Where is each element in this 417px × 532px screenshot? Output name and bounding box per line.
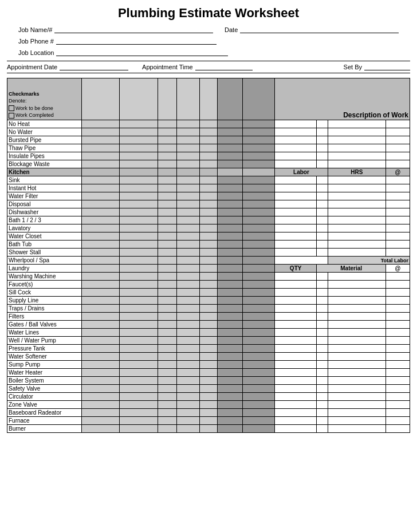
right-col-0[interactable] [274,353,316,361]
row-col-5[interactable] [217,393,242,401]
row-col-3[interactable] [177,417,200,425]
right-col-2[interactable] [328,393,385,401]
right-col-3[interactable] [385,160,410,168]
row-col-4[interactable] [199,249,217,257]
right-col-3[interactable] [385,385,410,393]
row-col-0[interactable] [82,176,120,184]
right-col-2[interactable] [328,297,385,305]
row-col-4[interactable] [199,216,217,224]
row-col-1[interactable] [119,224,158,232]
row-col-4[interactable] [199,281,217,289]
right-col-1[interactable] [317,385,328,393]
right-col-3[interactable] [385,289,410,297]
row-col-2[interactable] [158,224,177,232]
row-col-6[interactable] [242,401,274,409]
right-col-3[interactable] [385,152,410,160]
row-col-0[interactable] [82,289,120,297]
row-col-4[interactable] [199,224,217,232]
right-col-3[interactable] [385,281,410,289]
row-col-0[interactable] [82,353,120,361]
job-phone-line[interactable] [56,37,217,45]
right-col-0[interactable] [274,289,316,297]
row-col-2[interactable] [158,257,177,265]
row-col-5[interactable] [217,337,242,345]
right-col-2[interactable] [328,409,385,417]
row-col-1[interactable] [119,409,158,417]
right-col-0[interactable] [274,232,316,241]
row-col-1[interactable] [119,385,158,393]
row-col-3[interactable] [177,361,200,369]
row-col-5[interactable] [217,176,242,184]
row-col-4[interactable] [199,144,217,152]
right-col-2[interactable] [328,385,385,393]
row-col-0[interactable] [82,409,120,417]
row-col-3[interactable] [177,120,200,128]
row-col-4[interactable] [199,128,217,136]
right-col-2[interactable] [328,321,385,329]
right-col-2[interactable] [328,353,385,361]
right-col-3[interactable] [385,337,410,345]
row-col-5[interactable] [217,224,242,232]
row-col-0[interactable] [82,401,120,409]
row-col-3[interactable] [177,345,200,353]
date-line[interactable] [240,25,399,33]
row-col-2[interactable] [158,385,177,393]
right-col-0[interactable] [274,216,316,224]
right-col-1[interactable] [317,361,328,369]
right-col-0[interactable] [274,273,316,281]
row-col-6[interactable] [242,265,274,273]
row-col-1[interactable] [119,241,158,249]
right-col-0[interactable] [274,369,316,377]
row-col-3[interactable] [177,216,200,224]
row-col-3[interactable] [177,337,200,345]
right-col-2[interactable] [328,361,385,369]
right-col-2[interactable] [328,216,385,224]
right-col-0[interactable] [274,321,316,329]
row-col-1[interactable] [119,297,158,305]
right-col-2[interactable] [328,377,385,385]
right-col-1[interactable] [317,409,328,417]
row-col-3[interactable] [177,425,200,433]
row-col-2[interactable] [158,128,177,136]
row-col-6[interactable] [242,313,274,321]
row-col-1[interactable] [119,321,158,329]
right-col-2[interactable] [328,241,385,249]
right-col-0[interactable] [274,192,316,200]
row-col-5[interactable] [217,281,242,289]
row-col-4[interactable] [199,329,217,337]
row-col-0[interactable] [82,273,120,281]
right-col-2[interactable] [328,184,385,192]
row-col-2[interactable] [158,281,177,289]
right-col-2[interactable] [328,208,385,216]
row-col-1[interactable] [119,313,158,321]
right-col-1[interactable] [317,128,328,136]
row-col-3[interactable] [177,136,200,144]
row-col-4[interactable] [199,136,217,144]
right-col-3[interactable] [385,321,410,329]
right-col-0[interactable] [274,313,316,321]
row-col-4[interactable] [199,353,217,361]
row-col-1[interactable] [119,216,158,224]
right-col-3[interactable] [385,224,410,232]
row-col-6[interactable] [242,249,274,257]
row-col-6[interactable] [242,353,274,361]
row-col-5[interactable] [217,184,242,192]
right-col-0[interactable] [274,249,316,257]
row-col-4[interactable] [199,273,217,281]
row-col-3[interactable] [177,184,200,192]
row-col-0[interactable] [82,152,120,160]
row-col-2[interactable] [158,216,177,224]
right-col-1[interactable] [317,120,328,128]
row-col-3[interactable] [177,409,200,417]
right-col-2[interactable] [328,417,385,425]
row-col-0[interactable] [82,329,120,337]
row-col-6[interactable] [242,224,274,232]
row-col-3[interactable] [177,265,200,273]
row-col-4[interactable] [199,160,217,168]
row-col-5[interactable] [217,160,242,168]
right-col-3[interactable] [385,353,410,361]
row-col-4[interactable] [199,241,217,249]
right-col-2[interactable] [328,273,385,281]
row-col-6[interactable] [242,321,274,329]
right-col-0[interactable] [274,337,316,345]
